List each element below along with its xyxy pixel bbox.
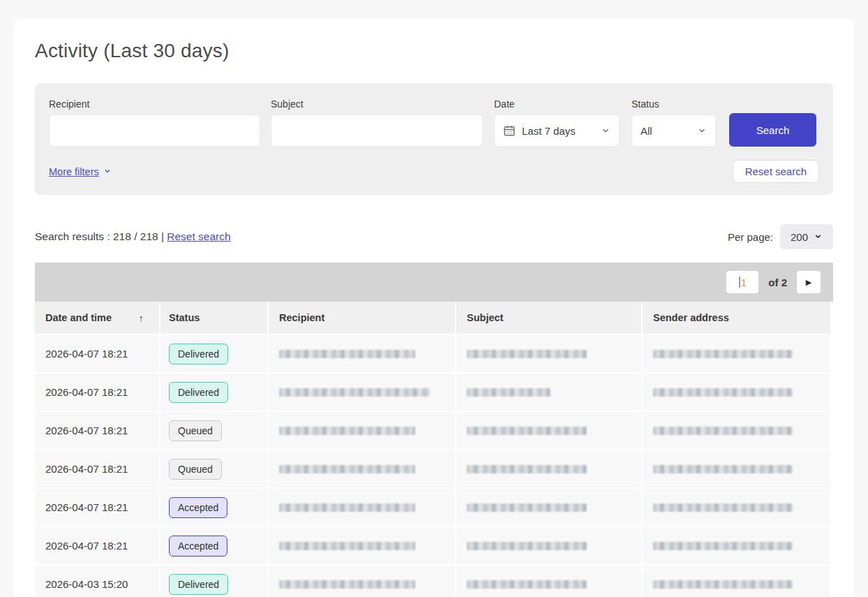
chevron-down-icon (601, 126, 611, 135)
cell-datetime: 2026-04-07 18:21 (35, 527, 159, 564)
per-page-value: 200 (791, 231, 808, 243)
redacted-text (279, 542, 415, 550)
cell-subject (456, 374, 641, 411)
cell-sender (643, 566, 830, 597)
column-header-status[interactable]: Status (160, 302, 267, 334)
cell-sender (643, 527, 830, 564)
per-page-select[interactable]: 200 (780, 224, 833, 249)
column-header-label: Sender address (653, 312, 729, 323)
page-total-label: of 2 (768, 277, 787, 288)
status-badge: Queued (169, 420, 222, 441)
cell-recipient (269, 566, 455, 597)
status-select-value: All (641, 125, 697, 137)
column-header-label: Date and time (45, 312, 112, 323)
status-badge: Delivered (169, 574, 228, 595)
cell-sender (643, 412, 830, 449)
redacted-text (467, 465, 587, 473)
recipient-input[interactable] (49, 115, 260, 147)
status-label: Status (631, 98, 716, 110)
cell-sender (643, 374, 830, 411)
results-divider: | (161, 230, 164, 242)
more-filters-link[interactable]: More filters (49, 166, 112, 177)
cell-recipient (269, 412, 455, 449)
text-caret (739, 277, 740, 288)
redacted-text (467, 388, 551, 397)
chevron-down-icon (814, 231, 823, 243)
cell-subject (456, 412, 641, 449)
page-number-value: 1 (741, 277, 747, 288)
redacted-text (467, 350, 587, 358)
column-header-date[interactable]: Date and time ↑ (35, 302, 159, 334)
cell-recipient (269, 527, 455, 564)
redacted-text (467, 503, 587, 512)
cell-datetime: 2026-04-07 18:21 (35, 450, 159, 487)
page-number-input[interactable]: 1 (726, 271, 758, 293)
cell-status: Queued (160, 450, 267, 487)
chevron-down-icon (103, 166, 112, 177)
cell-status: Delivered (160, 566, 267, 597)
date-select-value: Last 7 days (522, 125, 601, 137)
cell-datetime: 2026-04-07 18:21 (35, 335, 159, 372)
cell-recipient (269, 450, 455, 487)
cell-status: Delivered (160, 335, 267, 372)
per-page-control: Per page: 200 (728, 224, 833, 249)
next-page-button[interactable]: ▶ (797, 271, 821, 293)
cell-sender (643, 489, 830, 526)
cell-sender (643, 335, 830, 372)
status-badge: Delivered (169, 344, 228, 364)
column-header-label: Status (169, 312, 200, 323)
next-page-icon: ▶ (806, 278, 811, 287)
results-bar: Search results : 218 / 218 | Reset searc… (35, 224, 833, 249)
column-header-label: Recipient (279, 312, 324, 323)
cell-subject (456, 450, 641, 487)
filter-panel: Recipient Subject Date (35, 83, 833, 195)
cell-recipient (269, 489, 455, 526)
cell-sender (643, 450, 830, 487)
calendar-icon (503, 124, 516, 137)
cell-status: Delivered (160, 374, 267, 411)
redacted-text (279, 388, 430, 397)
status-badge: Accepted (169, 497, 227, 518)
status-badge: Delivered (169, 382, 228, 403)
cell-datetime: 2026-04-07 18:21 (35, 489, 159, 526)
cell-status: Accepted (160, 527, 267, 564)
redacted-text (653, 580, 793, 589)
redacted-text (467, 580, 587, 589)
cell-status: Accepted (160, 489, 267, 526)
recipient-label: Recipient (49, 98, 260, 110)
status-badge: Queued (169, 459, 222, 480)
pagination-bar: 1 of 2 ▶ (35, 263, 833, 302)
status-badge: Accepted (169, 536, 227, 557)
status-select[interactable]: All (631, 115, 716, 147)
date-label: Date (494, 98, 620, 110)
cell-subject (456, 489, 641, 526)
subject-input[interactable] (271, 115, 483, 147)
column-header-subject[interactable]: Subject (456, 302, 641, 334)
cell-subject (456, 527, 641, 564)
cell-datetime: 2026-04-07 18:21 (35, 412, 159, 449)
redacted-text (653, 503, 793, 512)
reset-search-link[interactable]: Reset search (167, 230, 230, 242)
cell-datetime: 2026-04-03 15:20 (35, 566, 159, 597)
page-title: Activity (Last 30 days) (35, 40, 833, 62)
column-header-label: Subject (467, 312, 503, 323)
cell-subject (456, 335, 641, 372)
date-select[interactable]: Last 7 days (494, 115, 620, 147)
cell-datetime: 2026-04-07 18:21 (35, 374, 159, 411)
cell-recipient (269, 374, 455, 411)
sort-ascending-icon[interactable]: ↑ (139, 312, 144, 324)
search-button[interactable]: Search (729, 113, 816, 147)
cell-status: Queued (160, 412, 267, 449)
column-header-recipient[interactable]: Recipient (269, 302, 455, 334)
redacted-text (279, 465, 415, 473)
chevron-down-icon (697, 126, 707, 135)
redacted-text (653, 465, 793, 473)
reset-search-button[interactable]: Reset search (733, 160, 819, 183)
redacted-text (279, 580, 415, 589)
column-header-sender[interactable]: Sender address (643, 302, 830, 334)
redacted-text (467, 542, 587, 550)
activity-card: Activity (Last 30 days) Recipient Subjec… (14, 19, 854, 597)
results-summary: Search results : 218 / 218 | Reset searc… (35, 230, 231, 243)
activity-table: Date and time ↑ Status Recipient Subject… (35, 302, 833, 597)
redacted-text (653, 427, 793, 435)
